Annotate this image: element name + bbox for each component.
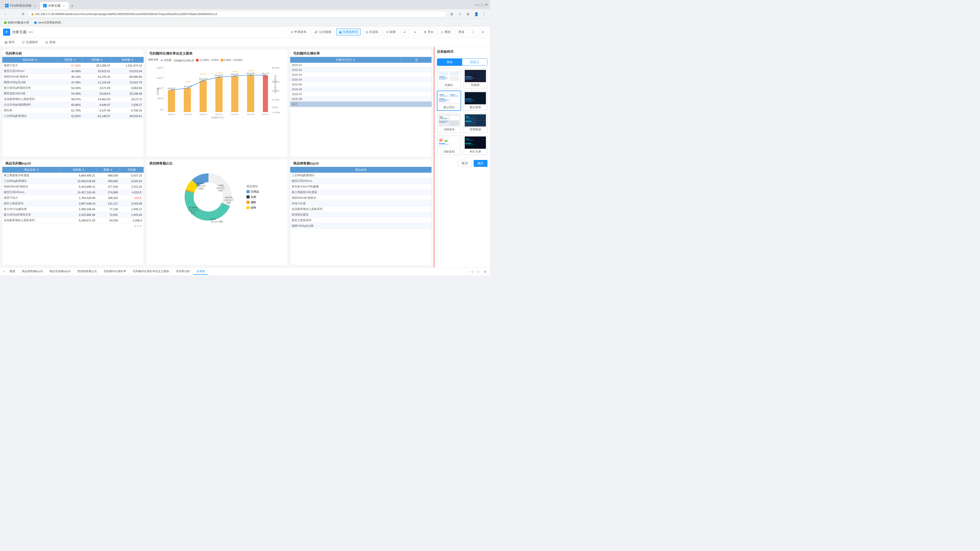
forward-button[interactable]: → [11, 11, 18, 17]
app-more-btn[interactable]: ••• [29, 30, 33, 35]
theme-default-black[interactable]: 默认暗黑 [463, 91, 487, 111]
theme-classic-black[interactable]: 经典黑 [463, 68, 487, 89]
sort-icon-3[interactable]: ⇅ [101, 59, 103, 61]
pie-label-season-pct: 1.09% [210, 218, 216, 221]
st-cell-name: 丽芝士散装系列 [290, 218, 431, 223]
public-link-btn[interactable]: 🔗 公共链接 [311, 29, 334, 35]
theme-scifi[interactable]: 科幻大屏 [463, 135, 487, 155]
val-5: 646.46万 [231, 73, 239, 76]
bottom-tab-4[interactable]: 毛利额环比增长率 [100, 268, 129, 275]
other-label: 其他 [49, 40, 56, 44]
tab-analysis-close[interactable]: ✕ [62, 4, 65, 7]
svg-rect-72 [476, 143, 485, 148]
bottom-tab-6[interactable]: 毛利率分析 [173, 268, 193, 275]
publish-btn[interactable]: ✈ 申请发布 [288, 29, 309, 35]
gross-margin-row-2: 纯悦550ml矿物质水 46.14% 41,379.25 89,680.96 [2, 74, 144, 79]
pt-sort-2[interactable]: ⇅ [83, 168, 84, 171]
new-tab-button[interactable]: + [69, 3, 75, 9]
bottom-tab-7[interactable]: 仪表板 [193, 268, 208, 275]
close-window-btn[interactable]: ✕ [479, 29, 487, 35]
bar-5 [231, 76, 239, 112]
pt-col-sales[interactable]: 销售额 ⇅ [61, 167, 97, 173]
fullscreen-btn[interactable]: □ [469, 29, 477, 35]
cancel-button[interactable]: 取消 [458, 160, 472, 167]
bottom-tab-0[interactable]: 数据 [6, 268, 18, 275]
gm-col-name[interactable]: 商品名称 ⇅ [2, 57, 58, 63]
theme-default-white[interactable]: 默认亮白 [437, 91, 461, 111]
page-next[interactable]: ∨ [140, 224, 142, 227]
gm-col-profit[interactable]: 毛利额 ⇅ [83, 57, 112, 63]
sales-top10-row-3: 家之离圆形24夹透架 [290, 189, 431, 195]
tab-finebi-close[interactable]: ✕ [33, 4, 37, 7]
redo-btn[interactable]: ↪ [411, 29, 419, 35]
more-btn[interactable]: 更多 [455, 29, 467, 35]
sort-icon-1[interactable]: ⇅ [35, 59, 37, 61]
profile-btn[interactable]: 👤 [473, 11, 480, 17]
extensions-btn[interactable]: ⊕ [465, 11, 472, 17]
translate-btn[interactable]: ⊕ [448, 11, 455, 17]
menu-btn[interactable]: ⋮ [481, 11, 488, 17]
bookmark-java[interactable]: Java互联网架构师... [33, 20, 64, 25]
undo-btn[interactable]: ↩ [401, 29, 409, 35]
gm-cell-rate: 40.98% [58, 68, 82, 74]
gm-cell-profit: 25,823.01 [83, 68, 112, 74]
theme-fresh-colorful[interactable]: 清新多彩 [437, 135, 461, 155]
address-bar[interactable]: 🔒 192.168.171.80:8080/finebi/decision/v5… [28, 11, 447, 17]
toolbar-filter[interactable]: ▽ 过滤组件 [21, 40, 40, 45]
gr-sort-1[interactable]: ⇅ [353, 59, 355, 61]
preview-btn[interactable]: ▷ 预览 [438, 29, 453, 35]
finebi-favicon: B [5, 4, 9, 7]
pt-col-profit[interactable]: 毛利额 [119, 167, 143, 173]
toolbar-other[interactable]: ⊙ 其他 [44, 40, 57, 45]
gr-cell-value [401, 102, 431, 107]
gm-col-sales[interactable]: 销售额 ⇅ [112, 57, 143, 63]
pt-cell-qty: 186,924 [97, 195, 119, 201]
adaptive-btn[interactable]: ⊡ 自适应 [363, 29, 381, 35]
page-prev[interactable]: ∧ [134, 224, 136, 227]
chart-legend: 指标名称 毛利额 毛利额环比增长率 -12.00%～0.00% 0.00%～34… [146, 57, 288, 64]
gr-cell-value [401, 68, 431, 73]
style-tab-custom[interactable]: 自定义 [462, 59, 487, 65]
gr-col-value[interactable]: 毛 [401, 57, 431, 63]
tab-finebi[interactable]: B FineBI商业智能 ✕ [2, 2, 40, 9]
reload-button[interactable]: ↺ [19, 11, 27, 17]
pt-cell-sales: 5,443,698.31 [61, 184, 97, 189]
pt-col-qty[interactable]: 数量 ⇅ [97, 167, 119, 173]
refresh-btn[interactable]: ↺ 刷新 [383, 29, 399, 35]
bottom-tab-3[interactable]: 类别销售额占比 [74, 268, 100, 275]
back-button[interactable]: ← [2, 11, 9, 17]
bottom-tab-5[interactable]: 毛利额环比增长率自定义图表 [130, 268, 172, 275]
st-col-name[interactable]: 商品名称 [290, 167, 431, 173]
close-btn[interactable]: ✕ [485, 3, 488, 6]
component-icon: ⊞ [5, 40, 8, 44]
export-btn[interactable]: ⬆ 导出 [421, 29, 436, 35]
pt-sort-3[interactable]: ⇅ [110, 168, 113, 171]
app-logo[interactable]: F [3, 29, 10, 36]
ry-10: 10.00% [272, 98, 280, 101]
style-tab-preset[interactable]: 预设 [437, 59, 462, 65]
gr-col-date[interactable]: 日期(年月日) ⇅ [290, 57, 401, 63]
theme-cool-grey[interactable]: 冷静蓝灰 [437, 113, 461, 133]
bottom-tab-1[interactable]: 商品销售额top10 [19, 268, 46, 275]
sort-icon-2[interactable]: ⇅ [74, 59, 76, 61]
pt-col-name[interactable]: 商品名称 ⇅ [2, 167, 61, 173]
theme-preview-cool-grey [438, 114, 460, 127]
tab-action-3[interactable]: ⊕ [482, 269, 488, 275]
sort-icon-4[interactable]: ⇅ [131, 59, 134, 61]
tab-action-2[interactable]: ▷ [476, 269, 481, 275]
maximize-btn[interactable]: □ [481, 3, 484, 6]
theme-smart-data[interactable]: 智慧数据 [463, 113, 487, 133]
tab-action-1[interactable]: ◁ [469, 269, 475, 275]
refresh-label: 刷新 [390, 30, 396, 34]
pt-sort-1[interactable]: ⇅ [37, 168, 39, 171]
confirm-button[interactable]: 确定 [474, 160, 487, 167]
bookmark-ecommerce[interactable]: 电商618数据大屏 [3, 20, 30, 25]
gm-col-rate[interactable]: 毛利率 ⇅ [58, 57, 82, 63]
bottom-tab-2[interactable]: 商品毛利额top10 [46, 268, 74, 275]
bookmark-star-btn[interactable]: ☆ [456, 11, 463, 17]
toolbar-component[interactable]: ⊞ 组件 [3, 40, 16, 45]
tab-analysis[interactable]: F 分析主题 ✕ [40, 2, 68, 9]
minimize-btn[interactable]: ― [475, 2, 480, 7]
dashboard-style-btn[interactable]: ▣ 仪表板样式 [336, 29, 361, 35]
theme-classic-white[interactable]: 经典白 [437, 68, 461, 89]
